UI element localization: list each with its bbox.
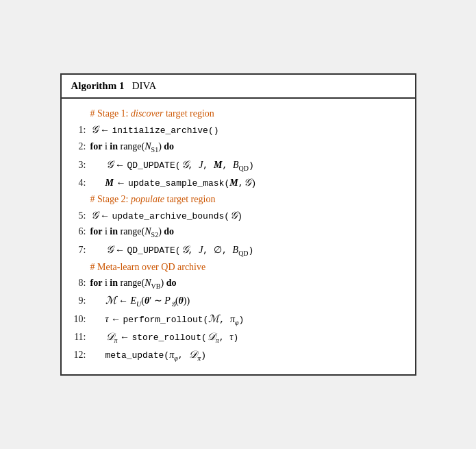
line-content-7: 𝒢 ← QD_UPDATE(𝒢, J, ∅, BQD) — [90, 241, 405, 259]
comment-2-text: # Stage 2: populate target region — [90, 191, 216, 207]
line-1: 1: 𝒢 ← initialize_archive() — [71, 121, 405, 138]
comment-3-text: # Meta-learn over QD archive — [90, 259, 206, 275]
line-11: 11: 𝒟π ← store_rollout(𝒟π, τ) — [71, 328, 405, 346]
line-num-11: 11: — [71, 329, 90, 345]
line-num-12: 12: — [71, 347, 90, 363]
algorithm-title: DIVA — [132, 80, 157, 91]
line-9: 9: ℳ ← EU(θ′ ∼ P𝒢(θ)) — [71, 292, 405, 310]
algorithm-header: Algorithm 1 DIVA — [62, 75, 415, 99]
line-content-4: M ← update_sample_mask(M,𝒢) — [90, 174, 405, 191]
line-num-3: 3: — [71, 157, 90, 173]
algorithm-container: Algorithm 1 DIVA # Stage 1: discover tar… — [60, 73, 416, 375]
algorithm-word: Algorithm 1 — [71, 80, 125, 91]
line-content-8: for i in range(NVB) do — [90, 275, 405, 292]
line-num-4: 4: — [71, 175, 90, 191]
line-num-8: 8: — [71, 275, 90, 291]
line-8: 8: for i in range(NVB) do — [71, 275, 405, 292]
line-6: 6: for i in range(NS2) do — [71, 223, 405, 241]
line-4: 4: M ← update_sample_mask(M,𝒢) — [71, 174, 405, 191]
line-num-5: 5: — [71, 208, 90, 223]
line-num-1: 1: — [71, 122, 90, 138]
line-num-6: 6: — [71, 223, 90, 239]
line-3: 3: 𝒢 ← QD_UPDATE(𝒢, J, M, BQD) — [71, 156, 405, 174]
comment-line-2: # Stage 2: populate target region — [71, 191, 405, 207]
line-2: 2: for i in range(NS1) do — [71, 138, 405, 156]
line-content-12: meta_update(πφ, 𝒟π) — [90, 346, 405, 364]
line-content-6: for i in range(NS2) do — [90, 223, 405, 241]
line-12: 12: meta_update(πφ, 𝒟π) — [71, 346, 405, 364]
line-content-2: for i in range(NS1) do — [90, 138, 405, 156]
line-content-11: 𝒟π ← store_rollout(𝒟π, τ) — [90, 328, 405, 346]
line-num-2: 2: — [71, 138, 90, 154]
line-num-7: 7: — [71, 242, 90, 258]
line-content-1: 𝒢 ← initialize_archive() — [90, 121, 405, 138]
line-5: 5: 𝒢 ← update_archive_bounds(𝒢) — [71, 207, 405, 224]
comment-line-1: # Stage 1: discover target region — [71, 106, 405, 121]
line-content-9: ℳ ← EU(θ′ ∼ P𝒢(θ)) — [90, 292, 405, 310]
line-content-3: 𝒢 ← QD_UPDATE(𝒢, J, M, BQD) — [90, 156, 405, 174]
line-7: 7: 𝒢 ← QD_UPDATE(𝒢, J, ∅, BQD) — [71, 241, 405, 259]
comment-line-3: # Meta-learn over QD archive — [71, 259, 405, 275]
comment-1-text: # Stage 1: discover target region — [90, 106, 214, 121]
line-content-5: 𝒢 ← update_archive_bounds(𝒢) — [90, 207, 405, 224]
algorithm-body: # Stage 1: discover target region 1: 𝒢 ←… — [62, 99, 415, 374]
line-num-9: 9: — [71, 293, 90, 308]
line-num-10: 10: — [71, 311, 90, 327]
line-content-10: τ ← perform_rollout(ℳ, πφ) — [90, 311, 405, 328]
line-10: 10: τ ← perform_rollout(ℳ, πφ) — [71, 311, 405, 328]
